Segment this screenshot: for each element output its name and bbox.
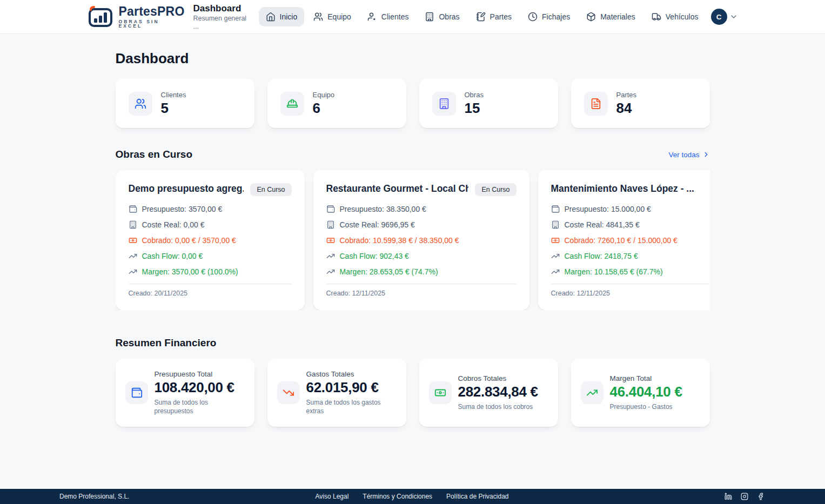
- finance-value: 46.404,10 €: [610, 384, 682, 400]
- nav-label: Fichajes: [542, 12, 570, 21]
- user-icon: [367, 12, 377, 22]
- users-icon: [135, 98, 146, 110]
- wallet-icon: [326, 205, 335, 213]
- home-icon: [266, 12, 276, 22]
- hard-hat-icon: [286, 98, 298, 110]
- brand-logo[interactable]: PartesPRO OBRAS SIN EXCEL: [88, 5, 185, 29]
- stat-label: Obras: [465, 91, 484, 99]
- obra-created: Creado: 20/11/2025: [129, 284, 292, 297]
- stat-card-equipo: Equipo 6: [267, 79, 406, 128]
- footer-link-aviso-legal[interactable]: Aviso Legal: [316, 493, 349, 500]
- obras-cards-row: Demo presupuesto agreg... En Curso Presu…: [116, 170, 710, 310]
- obra-presupuesto: Presupuesto: 3570,00 €: [142, 205, 223, 213]
- nav-item-inicio[interactable]: Inicio: [259, 7, 305, 26]
- building-icon: [438, 98, 450, 110]
- footer-links: Aviso Legal Términos y Condiciones Polít…: [316, 493, 509, 500]
- nav-label: Clientes: [381, 12, 409, 21]
- obra-title: Mantenimiento Naves López - ...: [551, 183, 694, 194]
- nav-item-partes[interactable]: Partes: [469, 7, 519, 26]
- finance-subtitle: Suma de todos los presupuestos: [155, 398, 245, 415]
- obra-cobrado: Cobrado: 7260,10 € / 15.000,00 €: [565, 236, 678, 245]
- nav-label: Obras: [439, 12, 459, 21]
- partespro-logo-icon: [88, 5, 113, 28]
- banknote-icon: [129, 236, 137, 245]
- chevron-down-icon[interactable]: [729, 12, 738, 21]
- header-subtitle: Resumen general ...: [193, 15, 246, 30]
- obra-title: Demo presupuesto agreg...: [129, 183, 244, 194]
- nav-label: Equipo: [327, 12, 351, 21]
- finance-card-presupuesto: Presupuesto Total 108.420,00 € Suma de t…: [116, 359, 254, 427]
- wallet-icon: [551, 205, 560, 213]
- main-nav: Inicio Equipo Clientes Obras: [259, 7, 706, 26]
- finance-subtitle: Presupuesto - Gastos: [610, 402, 682, 411]
- header-title: Dashboard: [193, 3, 246, 14]
- stat-value: 5: [161, 100, 186, 116]
- trending-up-icon: [129, 252, 137, 260]
- finance-value: 282.834,84 €: [458, 384, 538, 400]
- nav-item-clientes[interactable]: Clientes: [360, 7, 416, 26]
- nav-item-vehiculos[interactable]: Vehículos: [645, 7, 706, 26]
- status-badge: En Curso: [250, 183, 291, 196]
- wallet-icon: [131, 387, 143, 399]
- finance-label: Presupuesto Total: [155, 370, 245, 378]
- instagram-icon[interactable]: [741, 493, 748, 500]
- nav-label: Materiales: [600, 12, 635, 21]
- obra-title: Restaurante Gourmet - Local Ch...: [326, 183, 469, 194]
- trending-up-icon: [326, 252, 335, 260]
- obra-created: Creado: 12/11/2025: [551, 284, 710, 297]
- linkedin-icon[interactable]: [725, 493, 732, 500]
- obra-margen: Margen: 3570,00 € (100.0%): [142, 267, 238, 276]
- finance-label: Gastos Totales: [306, 370, 397, 378]
- obra-coste: Coste Real: 4841,35 €: [565, 220, 640, 229]
- trending-up-icon: [586, 387, 598, 399]
- nav-item-fichajes[interactable]: Fichajes: [521, 7, 577, 26]
- finance-section-title: Resumen Financiero: [116, 337, 217, 349]
- nav-label: Inicio: [280, 12, 298, 21]
- obra-coste: Coste Real: 9696,95 €: [340, 220, 415, 229]
- view-all-link[interactable]: Ver todas: [668, 151, 709, 159]
- building-icon: [129, 220, 137, 229]
- obra-card[interactable]: Restaurante Gourmet - Local Ch... En Cur…: [313, 170, 529, 310]
- banknote-icon: [434, 387, 446, 399]
- nav-item-materiales[interactable]: Materiales: [579, 7, 642, 26]
- finance-card-margen: Margen Total 46.404,10 € Presupuesto - G…: [571, 359, 710, 427]
- finance-subtitle: Suma de todos los cobros: [458, 402, 538, 411]
- obra-presupuesto: Presupuesto: 38.350,00 €: [340, 205, 426, 213]
- footer-company: Demo Professional, S.L.: [59, 493, 316, 500]
- finance-label: Cobros Totales: [458, 374, 538, 382]
- notebook-pen-icon: [476, 12, 486, 22]
- nav-label: Partes: [490, 12, 512, 21]
- stat-label: Clientes: [161, 91, 186, 99]
- page-title: Dashboard: [116, 50, 710, 67]
- package-icon: [586, 12, 596, 22]
- obra-card[interactable]: Demo presupuesto agreg... En Curso Presu…: [116, 170, 305, 310]
- footer-link-privacidad[interactable]: Política de Privacidad: [446, 493, 508, 500]
- status-badge: En Curso: [475, 183, 516, 196]
- banknote-icon: [326, 236, 335, 245]
- obras-section-title: Obras en Curso: [116, 149, 193, 160]
- stat-value: 15: [465, 100, 484, 116]
- chevron-right-icon: [702, 151, 710, 158]
- footer: Demo Professional, S.L. Aviso Legal Térm…: [0, 489, 825, 504]
- obra-cashflow: Cash Flow: 902,43 €: [340, 252, 409, 260]
- obra-card[interactable]: Mantenimiento Naves López - ... En Curso…: [538, 170, 710, 310]
- obra-coste: Coste Real: 0,00 €: [142, 220, 205, 229]
- nav-item-equipo[interactable]: Equipo: [306, 7, 358, 26]
- building-icon: [551, 220, 560, 229]
- stat-value: 84: [616, 100, 637, 116]
- obra-cobrado: Cobrado: 0,00 € / 3570,00 €: [142, 236, 236, 245]
- finance-subtitle: Suma de todos los gastos extras: [306, 398, 397, 415]
- facebook-icon[interactable]: [757, 493, 764, 500]
- user-avatar[interactable]: C: [711, 9, 727, 25]
- nav-item-obras[interactable]: Obras: [418, 7, 466, 26]
- users-icon: [313, 12, 323, 22]
- brand-tagline: OBRAS SIN EXCEL: [119, 19, 185, 29]
- building-icon: [425, 12, 434, 22]
- stat-card-obras: Obras 15: [419, 79, 558, 128]
- footer-social: [508, 493, 764, 500]
- footer-link-terminos[interactable]: Términos y Condiciones: [363, 493, 432, 500]
- finance-cards-row: Presupuesto Total 108.420,00 € Suma de t…: [116, 359, 710, 427]
- trending-down-icon: [283, 387, 294, 399]
- obra-cashflow: Cash Flow: 2418,75 €: [565, 252, 638, 260]
- finance-value: 108.420,00 €: [155, 380, 245, 396]
